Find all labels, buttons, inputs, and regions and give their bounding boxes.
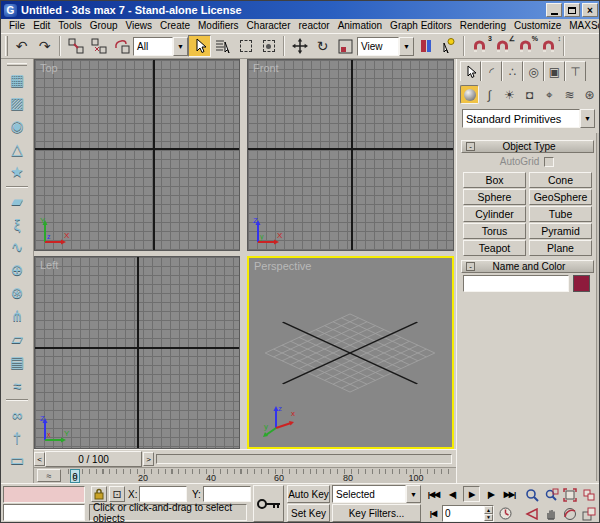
menu-graph-editors[interactable]: Graph Editors [386,19,456,33]
wind-icon[interactable]: ⋔ [5,305,29,327]
object-color-swatch[interactable] [573,275,590,292]
object-type-rollout-header[interactable]: - Object Type [461,140,594,153]
arc-rotate-button[interactable] [561,505,579,522]
soft-body-collection-icon[interactable]: ◉ [5,115,29,137]
key-filters-button[interactable]: Key Filters... [332,504,421,522]
menu-character[interactable]: Character [243,19,295,33]
time-configuration-button[interactable] [497,505,513,522]
zoom-button[interactable] [523,486,541,503]
tab-utilities[interactable]: ⊤ [565,61,586,81]
teapot-button[interactable]: Teapot [463,240,526,256]
chevron-down-icon[interactable]: ▼ [399,37,414,56]
viewport-left[interactable]: Left ZYx [34,256,240,449]
tab-create[interactable] [460,61,481,81]
field-of-view-button[interactable] [523,505,541,522]
next-frame-button[interactable]: |▶ [482,486,499,502]
menu-reactor[interactable]: reactor [295,19,334,33]
percent-snap-toggle[interactable]: % [514,35,537,57]
maxscript-mini-listener[interactable] [3,486,85,503]
window-crossing-toggle[interactable] [257,35,280,57]
set-keys-button[interactable] [253,485,284,522]
spinner-down-icon[interactable]: ▼ [484,514,493,522]
zoom-extents-all-button[interactable] [580,486,598,503]
x-coordinate-input[interactable] [140,487,186,501]
previous-frame-arrow-button[interactable]: < [34,452,45,466]
frame-spinner[interactable]: ▲▼ [484,506,493,521]
min-max-toggle-button[interactable] [580,505,598,522]
chevron-down-icon[interactable]: ▼ [580,109,595,128]
titlebar[interactable]: G Untitled - 3ds max 7 - Stand-alone Lic… [1,1,600,19]
menu-tools[interactable]: Tools [54,19,85,33]
menu-maxscript[interactable]: MAXScript [565,19,600,33]
torus-button[interactable]: Torus [463,223,526,239]
selection-filter-dropdown[interactable]: All ▼ [133,37,188,56]
menu-edit[interactable]: Edit [29,19,54,33]
selection-set-dropdown[interactable]: Selected ▼ [332,485,421,503]
menu-group[interactable]: Group [86,19,122,33]
chevron-down-icon[interactable]: ▼ [173,37,188,56]
tab-motion[interactable]: ◎ [523,61,544,81]
cone-button[interactable]: Cone [529,172,592,188]
tab-hierarchy[interactable]: ∴ [502,61,523,81]
reference-coordinate-dropdown[interactable]: View ▼ [357,37,414,56]
select-and-link-icon[interactable] [64,35,87,57]
use-center-button[interactable] [414,35,437,57]
object-name-field[interactable] [463,275,569,292]
plane-button[interactable]: Plane [529,240,592,256]
minimize-button[interactable] [546,3,562,17]
water-icon[interactable]: ≈ [5,374,29,396]
current-frame-input[interactable] [443,506,484,521]
key-mode-toggle[interactable]: |◀ [425,505,441,521]
object-name-input[interactable] [464,276,568,291]
set-key-button[interactable]: Set Key [287,504,330,522]
helpers-category-button[interactable]: ⌖ [540,85,559,104]
menu-animation[interactable]: Animation [334,19,386,33]
auto-key-button[interactable]: Auto Key [287,485,330,503]
go-to-start-button[interactable]: |◀◀ [425,486,442,502]
spinner-up-icon[interactable]: ▲ [484,506,493,514]
pan-view-button[interactable] [542,505,560,522]
panel-scrollbar[interactable] [596,133,600,481]
go-to-end-button[interactable]: ▶▶| [501,486,518,502]
tab-modify[interactable]: ◜ [481,61,502,81]
select-and-rotate-button[interactable]: ↻ [311,35,334,57]
angle-snap-toggle[interactable]: ∠ [491,35,514,57]
shapes-category-button[interactable]: ∫ [480,85,499,104]
sphere-button[interactable]: Sphere [463,189,526,205]
apply-rope-modifier-icon[interactable]: ∿ [5,236,29,258]
tab-display[interactable]: ▣ [544,61,565,81]
menu-modifiers[interactable]: Modifiers [194,19,243,33]
select-object-button[interactable] [188,35,211,57]
time-slider-thumb[interactable]: 0 / 100 [45,451,142,467]
select-by-name-button[interactable] [211,35,234,57]
collapse-icon[interactable]: - [466,142,475,151]
bind-to-space-warp-icon[interactable] [110,35,133,57]
ragdoll-icon[interactable]: † [5,426,29,448]
previous-frame-button[interactable]: ◀| [444,486,461,502]
geosphere-button[interactable]: GeoSphere [529,189,592,205]
y-coordinate-field[interactable] [203,486,251,502]
snaps-toggle-button[interactable]: 3 [468,35,491,57]
pyramid-button[interactable]: Pyramid [529,223,592,239]
cloth-collection-icon[interactable]: ▨ [5,92,29,114]
cameras-category-button[interactable]: ◘ [520,85,539,104]
rectangular-selection-region-button[interactable] [234,35,257,57]
selection-lock-toggle[interactable] [91,486,107,502]
maximize-button[interactable] [564,3,580,17]
fracture-icon[interactable]: ▤ [5,351,29,373]
close-button[interactable]: × [582,3,598,17]
deforming-mesh-collection-icon[interactable]: ★ [5,161,29,183]
apply-cloth-modifier-icon[interactable]: ▰ [5,190,29,212]
apply-softbody-modifier-icon[interactable]: ξ [5,213,29,235]
cylinder-button[interactable]: Cylinder [463,206,526,222]
primitives-dropdown[interactable]: Standard Primitives ▼ [462,109,595,127]
current-frame-field[interactable]: ▲▼ [442,505,494,522]
track-bar[interactable]: ≈ 0 0 20 40 60 80 100 [34,467,456,483]
time-slider-track[interactable] [156,454,452,464]
viewport-front[interactable]: Front ZXy [247,59,454,251]
viewport-top[interactable]: Top YXz [34,59,240,251]
lights-category-button[interactable]: ☀ [500,85,519,104]
geometry-category-button[interactable] [460,85,479,104]
hinge-constraint-icon[interactable]: ⊕ [5,259,29,281]
toy-car-icon[interactable]: ▱ [5,328,29,350]
